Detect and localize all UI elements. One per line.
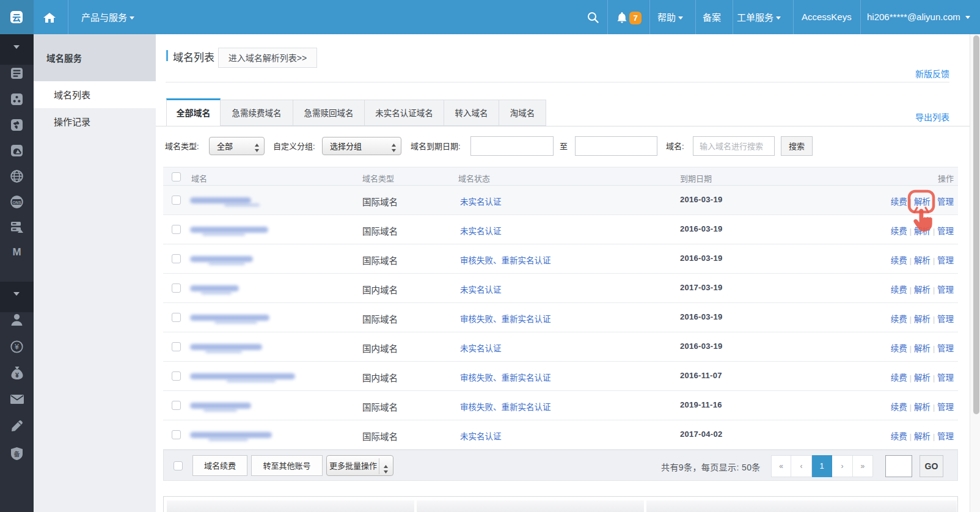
- svg-text:¥: ¥: [15, 371, 19, 379]
- svg-text:¥: ¥: [14, 343, 19, 351]
- svg-text:备: 备: [14, 449, 20, 458]
- svg-text:ONS: ONS: [12, 200, 21, 205]
